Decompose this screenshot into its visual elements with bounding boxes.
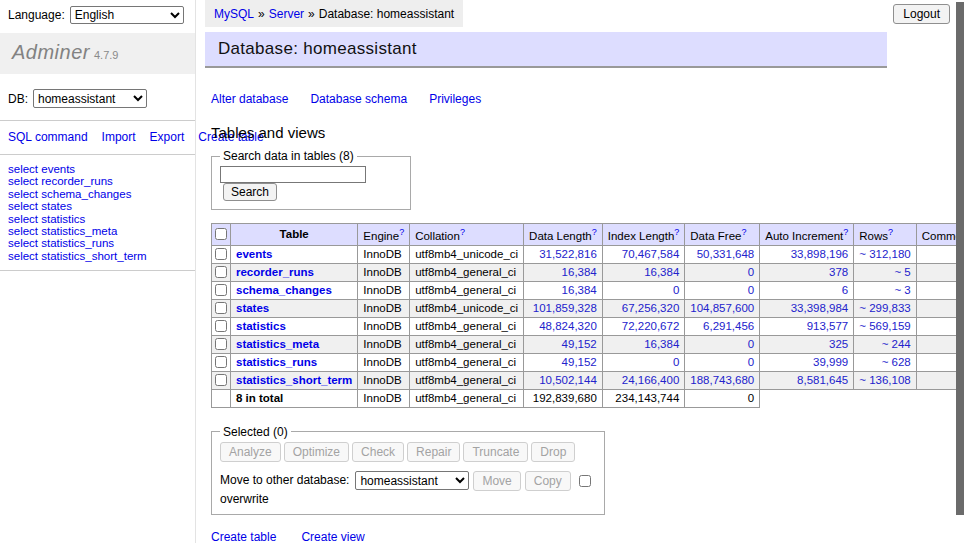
sidebar-link-select-statistics[interactable]: select statistics [8,213,187,225]
cell-data-free: 0 [685,353,760,371]
overwrite-checkbox[interactable] [579,475,591,487]
cell-index-length: 0 [602,353,685,371]
table-link-states[interactable]: states [236,302,269,314]
cell-auto-increment: 325 [760,335,854,353]
row-checkbox-cell [212,281,231,299]
row-checkbox-statistics_short_term[interactable] [215,374,227,386]
cell-table-name: recorder_runs [231,263,358,281]
nav-link-alter-database[interactable]: Alter database [211,92,288,106]
copy-button[interactable]: Copy [525,471,571,491]
table-link-statistics_short_term[interactable]: statistics_short_term [236,374,352,386]
sidebar-action-export[interactable]: Export [150,130,185,144]
help-link-data-length[interactable]: ? [592,227,597,237]
column-header-engine: Engine? [358,224,410,246]
tables-overview-table: TableEngine?Collation?Data Length?Index … [211,223,956,408]
cell-rows: ~ 628 [854,353,916,371]
cell-data-length: 10,502,144 [524,371,603,389]
help-link-collation[interactable]: ? [460,227,465,237]
page-title: Database: homeassistant [205,32,887,68]
language-select[interactable]: English [70,6,184,24]
table-link-statistics_meta[interactable]: statistics_meta [236,338,319,350]
table-row-statistics: statisticsInnoDButf8mb4_general_ci48,824… [212,317,957,335]
column-header-data-free: Data Free? [685,224,760,246]
main-content: MySQL»Server»Database: homeassistant Log… [197,0,956,543]
cell-engine: InnoDB [358,335,410,353]
sidebar-action-import[interactable]: Import [102,130,136,144]
table-link-events[interactable]: events [236,248,272,260]
db-label: DB: [8,92,28,106]
row-checkbox-cell [212,317,231,335]
help-link-index-length[interactable]: ? [674,227,679,237]
operation-button-repair[interactable]: Repair [407,442,460,462]
row-checkbox-recorder_runs[interactable] [215,266,227,278]
row-checkbox-events[interactable] [215,248,227,260]
breadcrumb-separator: » [308,7,315,21]
cell-table-name: states [231,299,358,317]
row-checkbox-statistics_meta[interactable] [215,338,227,350]
cell-collation: utf8mb4_general_ci [410,281,524,299]
cell-auto-increment: 33,898,196 [760,245,854,263]
help-link-rows[interactable]: ? [888,227,893,237]
app-version[interactable]: 4.7.9 [94,49,118,61]
sidebar-link-select-states[interactable]: select states [8,200,187,212]
db-select[interactable]: homeassistant [33,89,147,108]
cell-collation: utf8mb4_unicode_ci [410,299,524,317]
total-empty-cell [854,389,916,407]
row-checkbox-cell [212,371,231,389]
sidebar-link-select-events[interactable]: select events [8,163,187,175]
vertical-scrollbar[interactable] [956,0,966,543]
search-input[interactable] [220,166,366,183]
table-link-statistics_runs[interactable]: statistics_runs [236,356,317,368]
table-link-recorder_runs[interactable]: recorder_runs [236,266,314,278]
scrollbar-thumb[interactable] [956,2,964,515]
row-checkbox-cell [212,245,231,263]
breadcrumb-mysql[interactable]: MySQL [214,7,254,21]
table-row-statistics_meta: statistics_metaInnoDButf8mb4_general_ci4… [212,335,957,353]
search-fieldset: Search data in tables (8) Search [211,149,411,210]
nav-link-database-schema[interactable]: Database schema [310,92,407,106]
operation-button-check[interactable]: Check [352,442,404,462]
help-link-engine[interactable]: ? [399,227,404,237]
cell-rows: ~ 136,108 [854,371,916,389]
help-link-data-free[interactable]: ? [741,227,746,237]
sidebar-link-select-statistics-meta[interactable]: select statistics_meta [8,225,187,237]
help-link-auto-increment[interactable]: ? [843,227,848,237]
table-link-schema_changes[interactable]: schema_changes [236,284,332,296]
create-link-create-table[interactable]: Create table [211,530,276,543]
select-all-header-cell [212,224,231,246]
row-checkbox-statistics[interactable] [215,320,227,332]
sidebar-link-select-schema-changes[interactable]: select schema_changes [8,188,187,200]
table-row-statistics_runs: statistics_runsInnoDButf8mb4_general_ci4… [212,353,957,371]
cell-data-length: 16,384 [524,281,603,299]
table-link-statistics[interactable]: statistics [236,320,286,332]
sidebar-link-select-statistics-runs[interactable]: select statistics_runs [8,237,187,249]
sidebar-action-sql-command[interactable]: SQL command [8,130,88,144]
select-all-checkbox[interactable] [215,228,227,240]
cell-rows: ~ 244 [854,335,916,353]
sidebar-link-select-statistics-short-term[interactable]: select statistics_short_term [8,250,187,262]
overwrite-label: overwrite [220,492,269,506]
cell-data-free: 104,857,600 [685,299,760,317]
total-data-length-cell: 192,839,680 [524,389,603,407]
cell-engine: InnoDB [358,263,410,281]
cell-engine: InnoDB [358,371,410,389]
search-button[interactable]: Search [223,183,277,201]
operation-button-optimize[interactable]: Optimize [284,442,349,462]
nav-link-privileges[interactable]: Privileges [429,92,481,106]
total-index-length-cell: 234,143,744 [602,389,685,407]
breadcrumb-server[interactable]: Server [269,7,304,21]
operation-button-analyze[interactable]: Analyze [220,442,281,462]
create-link-create-view[interactable]: Create view [301,530,364,543]
logout-button[interactable]: Logout [893,4,950,24]
row-checkbox-statistics_runs[interactable] [215,356,227,368]
column-header-auto-increment: Auto Increment? [760,224,854,246]
move-button[interactable]: Move [473,471,520,491]
operation-button-truncate[interactable]: Truncate [463,442,528,462]
sidebar-link-select-recorder-runs[interactable]: select recorder_runs [8,175,187,187]
table-row-recorder_runs: recorder_runsInnoDButf8mb4_general_ci16,… [212,263,957,281]
move-database-select[interactable]: homeassistant [355,471,469,490]
sidebar-table-links: select eventsselect recorder_runsselect … [0,155,195,270]
row-checkbox-schema_changes[interactable] [215,284,227,296]
row-checkbox-states[interactable] [215,302,227,314]
operation-button-drop[interactable]: Drop [531,442,575,462]
